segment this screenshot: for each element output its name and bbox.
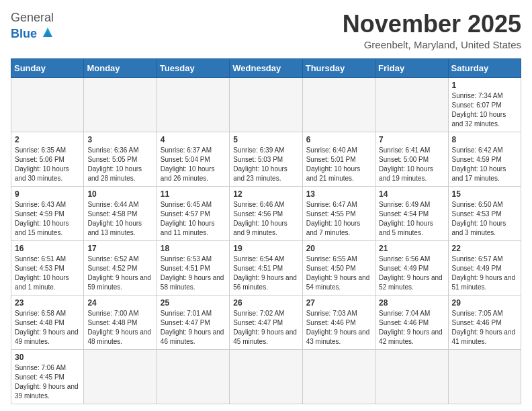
weekday-header-row: SundayMondayTuesdayWednesdayThursdayFrid…	[11, 58, 521, 77]
calendar-cell: 30Sunrise: 7:06 AM Sunset: 4:45 PM Dayli…	[11, 349, 84, 404]
day-info: Sunrise: 7:04 AM Sunset: 4:46 PM Dayligh…	[379, 309, 444, 347]
day-number: 20	[306, 244, 371, 253]
month-title: November 2025	[343, 11, 521, 38]
day-info: Sunrise: 6:44 AM Sunset: 4:58 PM Dayligh…	[87, 200, 152, 238]
calendar-cell: 20Sunrise: 6:55 AM Sunset: 4:50 PM Dayli…	[302, 240, 375, 295]
day-info: Sunrise: 6:50 AM Sunset: 4:53 PM Dayligh…	[452, 200, 517, 238]
logo: General Blue	[11, 11, 55, 42]
calendar-cell: 2Sunrise: 6:35 AM Sunset: 5:06 PM Daylig…	[11, 132, 84, 186]
weekday-header-friday: Friday	[375, 58, 448, 77]
calendar-cell: 6Sunrise: 6:40 AM Sunset: 5:01 PM Daylig…	[302, 132, 375, 186]
calendar-cell: 4Sunrise: 6:37 AM Sunset: 5:04 PM Daylig…	[157, 132, 229, 186]
calendar-cell: 28Sunrise: 7:04 AM Sunset: 4:46 PM Dayli…	[375, 295, 448, 349]
calendar-cell: 17Sunrise: 6:52 AM Sunset: 4:52 PM Dayli…	[84, 240, 157, 295]
logo-area: General Blue	[11, 11, 55, 42]
calendar-cell: 5Sunrise: 6:39 AM Sunset: 5:03 PM Daylig…	[230, 132, 302, 186]
calendar-cell	[230, 349, 302, 404]
day-info: Sunrise: 6:49 AM Sunset: 4:54 PM Dayligh…	[379, 200, 444, 238]
calendar-table: SundayMondayTuesdayWednesdayThursdayFrid…	[11, 58, 521, 404]
day-info: Sunrise: 6:42 AM Sunset: 4:59 PM Dayligh…	[452, 146, 517, 183]
day-info: Sunrise: 6:58 AM Sunset: 4:48 PM Dayligh…	[15, 309, 80, 347]
calendar-week-6: 30Sunrise: 7:06 AM Sunset: 4:45 PM Dayli…	[11, 349, 521, 404]
day-info: Sunrise: 6:54 AM Sunset: 4:51 PM Dayligh…	[233, 255, 298, 292]
calendar-cell: 12Sunrise: 6:46 AM Sunset: 4:56 PM Dayli…	[230, 186, 302, 240]
day-number: 30	[15, 353, 80, 362]
calendar-cell: 26Sunrise: 7:02 AM Sunset: 4:47 PM Dayli…	[230, 295, 302, 349]
day-number: 18	[161, 244, 226, 253]
calendar-week-3: 9Sunrise: 6:43 AM Sunset: 4:59 PM Daylig…	[11, 186, 521, 240]
calendar-cell: 1Sunrise: 7:34 AM Sunset: 6:07 PM Daylig…	[448, 77, 521, 132]
day-number: 28	[379, 298, 444, 308]
calendar-cell: 27Sunrise: 7:03 AM Sunset: 4:46 PM Dayli…	[302, 295, 375, 349]
calendar-cell	[302, 349, 375, 404]
day-info: Sunrise: 6:46 AM Sunset: 4:56 PM Dayligh…	[233, 200, 298, 238]
day-info: Sunrise: 7:05 AM Sunset: 4:46 PM Dayligh…	[452, 309, 517, 347]
day-number: 27	[306, 298, 371, 308]
day-info: Sunrise: 7:06 AM Sunset: 4:45 PM Dayligh…	[15, 363, 80, 401]
logo-blue-text: Blue	[11, 27, 37, 41]
day-number: 15	[452, 189, 517, 199]
calendar-week-2: 2Sunrise: 6:35 AM Sunset: 5:06 PM Daylig…	[11, 132, 521, 186]
calendar-cell: 19Sunrise: 6:54 AM Sunset: 4:51 PM Dayli…	[230, 240, 302, 295]
calendar-cell: 3Sunrise: 6:36 AM Sunset: 5:05 PM Daylig…	[84, 132, 157, 186]
calendar-cell: 14Sunrise: 6:49 AM Sunset: 4:54 PM Dayli…	[375, 186, 448, 240]
calendar-cell	[11, 77, 84, 132]
calendar-cell: 9Sunrise: 6:43 AM Sunset: 4:59 PM Daylig…	[11, 186, 84, 240]
day-info: Sunrise: 7:01 AM Sunset: 4:47 PM Dayligh…	[161, 309, 226, 347]
day-number: 21	[379, 244, 444, 253]
day-number: 29	[452, 298, 517, 308]
day-number: 2	[15, 135, 80, 144]
day-info: Sunrise: 6:40 AM Sunset: 5:01 PM Dayligh…	[306, 146, 371, 183]
day-info: Sunrise: 6:53 AM Sunset: 4:51 PM Dayligh…	[161, 255, 226, 292]
calendar-cell: 7Sunrise: 6:41 AM Sunset: 5:00 PM Daylig…	[375, 132, 448, 186]
calendar-cell	[302, 77, 375, 132]
calendar-week-4: 16Sunrise: 6:51 AM Sunset: 4:53 PM Dayli…	[11, 240, 521, 295]
day-number: 25	[161, 298, 226, 308]
calendar-week-5: 23Sunrise: 6:58 AM Sunset: 4:48 PM Dayli…	[11, 295, 521, 349]
day-number: 19	[233, 244, 298, 253]
day-info: Sunrise: 6:55 AM Sunset: 4:50 PM Dayligh…	[306, 255, 371, 292]
day-info: Sunrise: 6:36 AM Sunset: 5:05 PM Dayligh…	[87, 146, 152, 183]
day-number: 13	[306, 189, 371, 199]
calendar-cell	[230, 77, 302, 132]
calendar-cell: 22Sunrise: 6:57 AM Sunset: 4:49 PM Dayli…	[448, 240, 521, 295]
day-number: 24	[87, 298, 152, 308]
calendar-cell: 21Sunrise: 6:56 AM Sunset: 4:49 PM Dayli…	[375, 240, 448, 295]
weekday-header-sunday: Sunday	[11, 58, 84, 77]
weekday-header-wednesday: Wednesday	[230, 58, 302, 77]
calendar-cell	[84, 77, 157, 132]
calendar-cell: 11Sunrise: 6:45 AM Sunset: 4:57 PM Dayli…	[157, 186, 229, 240]
day-info: Sunrise: 7:02 AM Sunset: 4:47 PM Dayligh…	[233, 309, 298, 347]
calendar-cell	[375, 349, 448, 404]
day-info: Sunrise: 6:51 AM Sunset: 4:53 PM Dayligh…	[15, 255, 80, 292]
day-number: 3	[87, 135, 152, 144]
calendar-week-1: 1Sunrise: 7:34 AM Sunset: 6:07 PM Daylig…	[11, 77, 521, 132]
day-info: Sunrise: 6:43 AM Sunset: 4:59 PM Dayligh…	[15, 200, 80, 238]
day-number: 4	[161, 135, 226, 144]
day-number: 9	[15, 189, 80, 199]
calendar-cell: 8Sunrise: 6:42 AM Sunset: 4:59 PM Daylig…	[448, 132, 521, 186]
day-info: Sunrise: 6:45 AM Sunset: 4:57 PM Dayligh…	[161, 200, 226, 238]
day-number: 1	[452, 81, 517, 90]
weekday-header-monday: Monday	[84, 58, 157, 77]
day-info: Sunrise: 7:03 AM Sunset: 4:46 PM Dayligh…	[306, 309, 371, 347]
calendar-cell	[157, 77, 229, 132]
calendar-cell: 18Sunrise: 6:53 AM Sunset: 4:51 PM Dayli…	[157, 240, 229, 295]
calendar-cell	[448, 349, 521, 404]
day-number: 5	[233, 135, 298, 144]
calendar-cell	[84, 349, 157, 404]
day-info: Sunrise: 6:47 AM Sunset: 4:55 PM Dayligh…	[306, 200, 371, 238]
day-number: 7	[379, 135, 444, 144]
weekday-header-tuesday: Tuesday	[157, 58, 229, 77]
calendar-cell	[375, 77, 448, 132]
calendar-cell: 10Sunrise: 6:44 AM Sunset: 4:58 PM Dayli…	[84, 186, 157, 240]
day-number: 10	[87, 189, 152, 199]
day-number: 23	[15, 298, 80, 308]
calendar-cell: 16Sunrise: 6:51 AM Sunset: 4:53 PM Dayli…	[11, 240, 84, 295]
logo-icon	[40, 25, 55, 40]
weekday-header-saturday: Saturday	[448, 58, 521, 77]
day-info: Sunrise: 6:41 AM Sunset: 5:00 PM Dayligh…	[379, 146, 444, 183]
calendar-cell: 23Sunrise: 6:58 AM Sunset: 4:48 PM Dayli…	[11, 295, 84, 349]
day-number: 11	[161, 189, 226, 199]
day-number: 8	[452, 135, 517, 144]
